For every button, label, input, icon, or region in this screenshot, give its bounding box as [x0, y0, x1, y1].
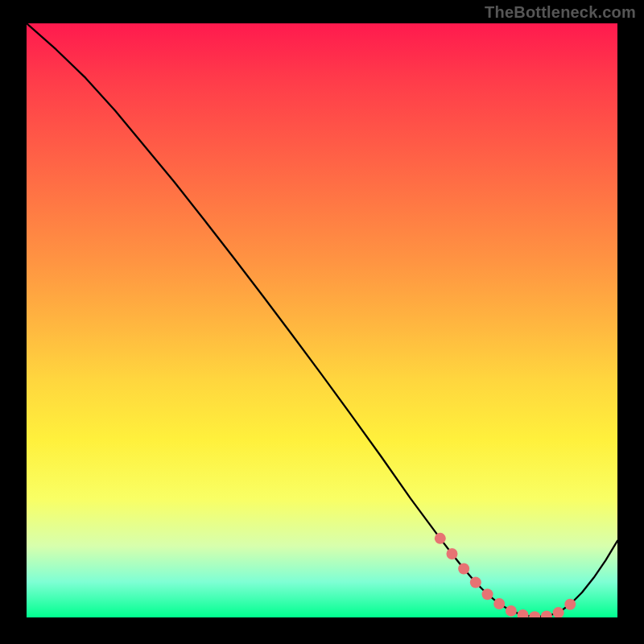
- optimal-marker: [493, 598, 505, 609]
- optimal-marker: [458, 563, 469, 574]
- optimal-marker: [446, 548, 457, 559]
- optimal-marker: [506, 605, 517, 617]
- attribution-text: TheBottleneck.com: [485, 3, 636, 22]
- optimal-marker: [529, 611, 540, 617]
- optimal-marker: [482, 588, 493, 600]
- optimal-range-markers: [435, 533, 576, 617]
- optimal-marker: [518, 609, 529, 617]
- optimal-marker: [564, 599, 576, 610]
- plot-area: [27, 23, 617, 617]
- optimal-marker: [541, 611, 552, 617]
- chart-stage: TheBottleneck.com: [0, 0, 644, 644]
- optimal-marker: [435, 533, 446, 544]
- bottleneck-curve: [27, 23, 617, 617]
- optimal-marker: [553, 607, 564, 617]
- optimal-marker: [470, 576, 481, 588]
- curve-layer: [27, 23, 617, 617]
